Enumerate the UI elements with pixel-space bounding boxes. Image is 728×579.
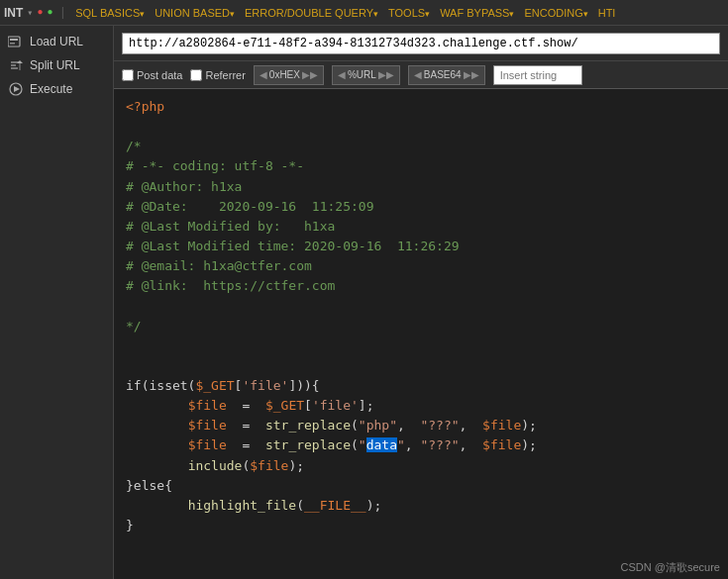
menu-waf-bypass[interactable]: WAF BYPASS▾ — [437, 7, 517, 19]
referrer-text: Referrer — [205, 69, 245, 81]
code-block: <?php /* # -*- coding: utf-8 -*- # @Auth… — [126, 97, 716, 535]
post-data-text: Post data — [137, 69, 182, 81]
content-panel: Post data Referrer ◀ 0xHEX ▶▶ ◀ %URL ▶▶ … — [114, 26, 728, 579]
url-area — [114, 26, 728, 61]
encode-b64-label: BASE64 — [424, 69, 462, 80]
watermark: CSDN @清歌secure — [621, 560, 720, 575]
php-open-tag: <?php — [126, 99, 164, 114]
svg-marker-9 — [14, 86, 20, 92]
arrow-right-0x: ▶▶ — [302, 69, 318, 80]
menu-tools[interactable]: TOOLS▾ — [385, 7, 433, 19]
options-bar: Post data Referrer ◀ 0xHEX ▶▶ ◀ %URL ▶▶ … — [114, 61, 728, 89]
insert-string-input[interactable] — [493, 65, 582, 85]
sidebar-item-split-url[interactable]: Split URL — [0, 53, 113, 77]
load-url-icon — [8, 34, 24, 49]
sep1: | — [58, 5, 66, 20]
waf-arrow: ▾ — [509, 9, 514, 19]
highlight-data: data — [366, 437, 397, 452]
code-area: <?php /* # -*- coding: utf-8 -*- # @Auth… — [114, 89, 728, 579]
arrow-right-url: ▶▶ — [378, 69, 394, 80]
post-data-checkbox[interactable] — [122, 69, 134, 81]
watermark-text: CSDN @清歌secure — [621, 561, 720, 573]
encoding-arrow: ▾ — [583, 9, 588, 19]
split-url-icon — [8, 57, 24, 73]
sidebar: Load URL Split URL Execute — [0, 26, 114, 579]
tools-arrow: ▾ — [425, 9, 430, 19]
arrow-left-url: ◀ — [338, 69, 346, 80]
arrow-left-b64: ◀ — [414, 69, 422, 80]
encode-0xhex-button[interactable]: ◀ 0xHEX ▶▶ — [254, 65, 324, 85]
menu-encoding[interactable]: ENCODING▾ — [521, 7, 590, 19]
split-url-label: Split URL — [30, 58, 80, 72]
dot-red: ● — [37, 7, 43, 18]
arrow-left-0x: ◀ — [260, 69, 267, 80]
execute-label: Execute — [30, 82, 72, 96]
sql-basics-arrow: ▾ — [140, 9, 145, 19]
line-if: if(isset($_GET['file'])){ $file = $_GET[… — [126, 378, 537, 532]
url-input[interactable] — [122, 33, 720, 54]
encode-url-label: %URL — [348, 69, 376, 80]
execute-icon — [8, 81, 24, 97]
referrer-checkbox[interactable] — [190, 69, 202, 81]
menu-error-double[interactable]: ERROR/DOUBLE QUERY▾ — [242, 7, 381, 19]
main-toolbar: INT ▾ ● ● | SQL BASICS▾ UNION BASED▾ ERR… — [0, 0, 728, 26]
db-arrow[interactable]: ▾ — [27, 7, 33, 19]
menu-sql-basics[interactable]: SQL BASICS▾ — [72, 7, 148, 19]
comment-block: /* # -*- coding: utf-8 -*- # @Author: h1… — [126, 139, 460, 333]
referrer-label[interactable]: Referrer — [190, 69, 245, 81]
dot-green: ● — [47, 7, 52, 18]
menu-union-based[interactable]: UNION BASED▾ — [152, 7, 238, 19]
db-label: INT — [4, 6, 23, 20]
sidebar-item-execute[interactable]: Execute — [0, 77, 113, 101]
svg-rect-1 — [10, 39, 18, 41]
menu-hti[interactable]: HTI — [595, 7, 619, 19]
sidebar-item-load-url[interactable]: Load URL — [0, 30, 113, 53]
arrow-right-b64: ▶▶ — [464, 69, 479, 80]
error-arrow: ▾ — [373, 9, 378, 19]
svg-rect-2 — [10, 43, 15, 45]
encode-url-button[interactable]: ◀ %URL ▶▶ — [332, 65, 400, 85]
svg-rect-0 — [8, 37, 20, 47]
encode-base64-button[interactable]: ◀ BASE64 ▶▶ — [408, 65, 485, 85]
union-based-arrow: ▾ — [230, 9, 235, 19]
encode-0x-label: 0xHEX — [269, 69, 300, 80]
post-data-label[interactable]: Post data — [122, 69, 182, 81]
load-url-label: Load URL — [30, 35, 83, 48]
main-area: Load URL Split URL Execute — [0, 26, 728, 579]
